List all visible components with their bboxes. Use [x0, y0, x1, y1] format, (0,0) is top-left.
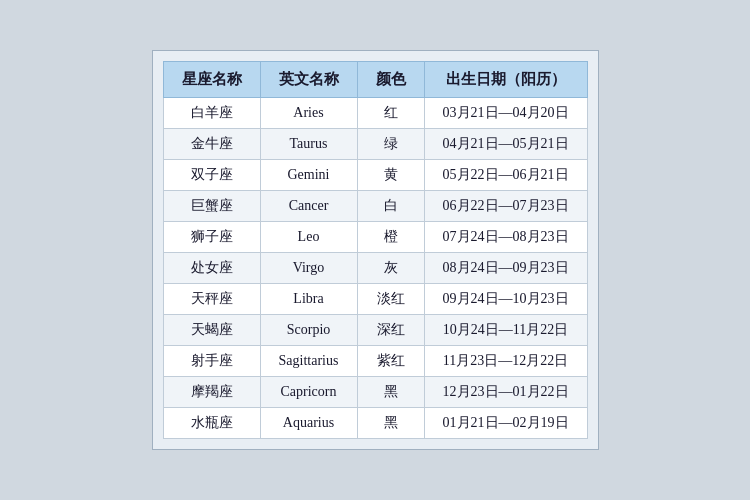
cell-9-1: Capricorn: [260, 377, 357, 408]
cell-10-0: 水瓶座: [163, 408, 260, 439]
cell-6-0: 天秤座: [163, 284, 260, 315]
cell-2-2: 黄: [357, 160, 424, 191]
table-row: 天蝎座Scorpio深红10月24日—11月22日: [163, 315, 587, 346]
cell-0-0: 白羊座: [163, 98, 260, 129]
table-header-row: 星座名称英文名称颜色出生日期（阳历）: [163, 62, 587, 98]
table-row: 狮子座Leo橙07月24日—08月23日: [163, 222, 587, 253]
table-row: 处女座Virgo灰08月24日—09月23日: [163, 253, 587, 284]
cell-7-2: 深红: [357, 315, 424, 346]
cell-6-1: Libra: [260, 284, 357, 315]
table-row: 白羊座Aries红03月21日—04月20日: [163, 98, 587, 129]
cell-10-3: 01月21日—02月19日: [424, 408, 587, 439]
cell-0-1: Aries: [260, 98, 357, 129]
cell-8-1: Sagittarius: [260, 346, 357, 377]
table-row: 摩羯座Capricorn黑12月23日—01月22日: [163, 377, 587, 408]
header-col-1: 英文名称: [260, 62, 357, 98]
cell-2-3: 05月22日—06月21日: [424, 160, 587, 191]
cell-9-3: 12月23日—01月22日: [424, 377, 587, 408]
cell-9-0: 摩羯座: [163, 377, 260, 408]
cell-4-1: Leo: [260, 222, 357, 253]
table-row: 射手座Sagittarius紫红11月23日—12月22日: [163, 346, 587, 377]
cell-6-2: 淡红: [357, 284, 424, 315]
cell-3-3: 06月22日—07月23日: [424, 191, 587, 222]
cell-5-1: Virgo: [260, 253, 357, 284]
cell-5-0: 处女座: [163, 253, 260, 284]
cell-3-1: Cancer: [260, 191, 357, 222]
table-row: 天秤座Libra淡红09月24日—10月23日: [163, 284, 587, 315]
header-col-3: 出生日期（阳历）: [424, 62, 587, 98]
cell-1-2: 绿: [357, 129, 424, 160]
cell-8-3: 11月23日—12月22日: [424, 346, 587, 377]
cell-6-3: 09月24日—10月23日: [424, 284, 587, 315]
table-row: 金牛座Taurus绿04月21日—05月21日: [163, 129, 587, 160]
cell-7-3: 10月24日—11月22日: [424, 315, 587, 346]
cell-9-2: 黑: [357, 377, 424, 408]
cell-2-1: Gemini: [260, 160, 357, 191]
cell-3-0: 巨蟹座: [163, 191, 260, 222]
cell-2-0: 双子座: [163, 160, 260, 191]
cell-4-3: 07月24日—08月23日: [424, 222, 587, 253]
cell-8-0: 射手座: [163, 346, 260, 377]
cell-5-2: 灰: [357, 253, 424, 284]
table-wrapper: 星座名称英文名称颜色出生日期（阳历） 白羊座Aries红03月21日—04月20…: [152, 50, 599, 450]
cell-0-2: 红: [357, 98, 424, 129]
table-row: 双子座Gemini黄05月22日—06月21日: [163, 160, 587, 191]
table-row: 巨蟹座Cancer白06月22日—07月23日: [163, 191, 587, 222]
cell-10-2: 黑: [357, 408, 424, 439]
cell-10-1: Aquarius: [260, 408, 357, 439]
zodiac-table: 星座名称英文名称颜色出生日期（阳历） 白羊座Aries红03月21日—04月20…: [163, 61, 588, 439]
header-col-0: 星座名称: [163, 62, 260, 98]
cell-7-0: 天蝎座: [163, 315, 260, 346]
cell-8-2: 紫红: [357, 346, 424, 377]
cell-4-0: 狮子座: [163, 222, 260, 253]
table-row: 水瓶座Aquarius黑01月21日—02月19日: [163, 408, 587, 439]
cell-0-3: 03月21日—04月20日: [424, 98, 587, 129]
cell-1-0: 金牛座: [163, 129, 260, 160]
cell-7-1: Scorpio: [260, 315, 357, 346]
header-col-2: 颜色: [357, 62, 424, 98]
cell-3-2: 白: [357, 191, 424, 222]
cell-1-3: 04月21日—05月21日: [424, 129, 587, 160]
cell-5-3: 08月24日—09月23日: [424, 253, 587, 284]
cell-4-2: 橙: [357, 222, 424, 253]
cell-1-1: Taurus: [260, 129, 357, 160]
